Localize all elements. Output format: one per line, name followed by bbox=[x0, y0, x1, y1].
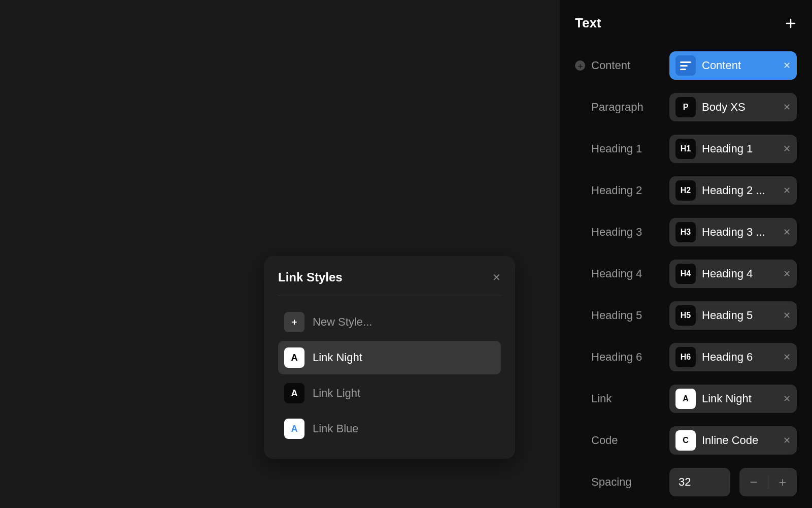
style-label: Link bbox=[591, 392, 612, 405]
pill-value: Heading 2 ... bbox=[702, 184, 776, 197]
style-label: Heading 1 bbox=[591, 142, 642, 155]
style-row-content: ＋ Content Content ✕ bbox=[575, 51, 797, 80]
panel-header: Text bbox=[575, 15, 797, 31]
style-label: Heading 2 bbox=[591, 184, 642, 197]
style-row-heading-1: Heading 1 H1 Heading 1 ✕ bbox=[575, 135, 797, 163]
popover-item-link-night[interactable]: A Link Night bbox=[278, 341, 501, 374]
close-icon[interactable]: ✕ bbox=[492, 271, 501, 283]
style-pill-paragraph[interactable]: P Body XS ✕ bbox=[669, 93, 797, 121]
h1-badge-icon: H1 bbox=[675, 139, 696, 159]
style-row-code: Code C Inline Code ✕ bbox=[575, 426, 797, 455]
popover-item-label: Link Light bbox=[313, 387, 360, 400]
pill-value: Heading 1 bbox=[702, 142, 776, 155]
popover-item-link-light[interactable]: A Link Light bbox=[278, 376, 501, 410]
link-style-icon: A bbox=[284, 347, 304, 368]
style-label: Heading 6 bbox=[591, 351, 642, 364]
decrement-button[interactable]: − bbox=[739, 468, 768, 496]
spacing-controls: 32 − + bbox=[669, 468, 797, 496]
style-row-heading-5: Heading 5 H5 Heading 5 ✕ bbox=[575, 301, 797, 330]
pill-value: Heading 5 bbox=[702, 309, 776, 322]
style-pill-heading-6[interactable]: H6 Heading 6 ✕ bbox=[669, 343, 797, 371]
pill-value: Inline Code bbox=[702, 434, 776, 447]
pill-value: Heading 4 bbox=[702, 267, 776, 280]
style-label: Paragraph bbox=[591, 101, 644, 114]
style-label-col: Heading 3 bbox=[575, 226, 661, 239]
popover-item-label: Link Night bbox=[313, 351, 362, 364]
pill-value: Body XS bbox=[702, 101, 776, 114]
style-pill-heading-3[interactable]: H3 Heading 3 ... ✕ bbox=[669, 218, 797, 246]
style-pill-code[interactable]: C Inline Code ✕ bbox=[669, 426, 797, 455]
style-row-link: Link A Link Night ✕ bbox=[575, 385, 797, 413]
h4-badge-icon: H4 bbox=[675, 264, 696, 284]
remove-icon[interactable]: ✕ bbox=[783, 60, 791, 71]
style-row-heading-4: Heading 4 H4 Heading 4 ✕ bbox=[575, 260, 797, 288]
plus-icon: ＋ bbox=[577, 62, 584, 70]
style-pill-content[interactable]: Content ✕ bbox=[669, 51, 797, 80]
spacing-value-input[interactable]: 32 bbox=[669, 468, 730, 496]
style-pill-heading-5[interactable]: H5 Heading 5 ✕ bbox=[669, 301, 797, 330]
style-label: Heading 5 bbox=[591, 309, 642, 322]
remove-icon[interactable]: ✕ bbox=[783, 143, 791, 154]
style-label-col: Heading 6 bbox=[575, 351, 661, 364]
code-badge-icon: C bbox=[675, 430, 696, 451]
link-style-icon: A bbox=[284, 419, 304, 439]
style-label-col: Heading 5 bbox=[575, 309, 661, 322]
link-badge-icon: A bbox=[675, 389, 696, 409]
remove-icon[interactable]: ✕ bbox=[783, 435, 791, 446]
remove-icon[interactable]: ✕ bbox=[783, 393, 791, 404]
remove-icon[interactable]: ✕ bbox=[783, 268, 791, 279]
popover-title: Link Styles bbox=[278, 270, 343, 284]
remove-icon[interactable]: ✕ bbox=[783, 185, 791, 196]
paragraph-badge-icon: P bbox=[675, 97, 696, 117]
style-label-col: Heading 1 bbox=[575, 142, 661, 155]
add-button[interactable] bbox=[785, 17, 797, 29]
style-label: Heading 4 bbox=[591, 267, 642, 280]
pill-value: Link Night bbox=[702, 392, 776, 405]
style-label: Heading 3 bbox=[591, 226, 642, 239]
popover-divider bbox=[278, 296, 501, 296]
style-label-col: ＋ Content bbox=[575, 59, 661, 72]
popover-item-label: Link Blue bbox=[313, 422, 359, 435]
popover-item-link-blue[interactable]: A Link Blue bbox=[278, 412, 501, 446]
remove-icon[interactable]: ✕ bbox=[783, 227, 791, 238]
style-row-spacing: Spacing 32 − + bbox=[575, 468, 797, 496]
style-row-paragraph: Paragraph P Body XS ✕ bbox=[575, 93, 797, 121]
content-icon bbox=[675, 55, 696, 76]
style-label-col: Link bbox=[575, 392, 661, 405]
style-label-col: Heading 2 bbox=[575, 184, 661, 197]
style-pill-heading-4[interactable]: H4 Heading 4 ✕ bbox=[669, 260, 797, 288]
popover-header: Link Styles ✕ bbox=[278, 270, 501, 284]
style-row-heading-6: Heading 6 H6 Heading 6 ✕ bbox=[575, 343, 797, 371]
popover-item-label: New Style... bbox=[313, 315, 372, 329]
remove-icon[interactable]: ✕ bbox=[783, 310, 791, 321]
link-styles-popover: Link Styles ✕ + New Style... A Link Nigh… bbox=[264, 256, 515, 459]
style-label: Content bbox=[591, 59, 630, 72]
style-label-col: Heading 4 bbox=[575, 267, 661, 280]
popover-item-new-style[interactable]: + New Style... bbox=[278, 305, 501, 339]
pill-value: Heading 3 ... bbox=[702, 226, 776, 239]
pill-value: Heading 6 bbox=[702, 351, 776, 364]
h5-badge-icon: H5 bbox=[675, 305, 696, 326]
pill-value: Content bbox=[702, 59, 776, 72]
plus-icon: + bbox=[284, 312, 304, 332]
style-pill-link[interactable]: A Link Night ✕ bbox=[669, 385, 797, 413]
text-styles-panel: Text ＋ Content Content ✕ Paragraph bbox=[560, 0, 812, 508]
remove-icon[interactable]: ✕ bbox=[783, 102, 791, 113]
add-content-icon[interactable]: ＋ bbox=[575, 60, 585, 71]
h6-badge-icon: H6 bbox=[675, 347, 696, 367]
style-row-heading-3: Heading 3 H3 Heading 3 ... ✕ bbox=[575, 218, 797, 246]
style-pill-heading-2[interactable]: H2 Heading 2 ... ✕ bbox=[669, 176, 797, 205]
h2-badge-icon: H2 bbox=[675, 180, 696, 201]
style-label: Spacing bbox=[591, 475, 632, 489]
plus-icon bbox=[786, 18, 796, 28]
link-style-icon: A bbox=[284, 383, 304, 403]
increment-button[interactable]: + bbox=[768, 468, 797, 496]
style-row-heading-2: Heading 2 H2 Heading 2 ... ✕ bbox=[575, 176, 797, 205]
h3-badge-icon: H3 bbox=[675, 222, 696, 242]
style-pill-heading-1[interactable]: H1 Heading 1 ✕ bbox=[669, 135, 797, 163]
panel-title: Text bbox=[575, 15, 601, 31]
style-label-col: Code bbox=[575, 434, 661, 447]
style-label: Code bbox=[591, 434, 618, 447]
style-label-col: Paragraph bbox=[575, 101, 661, 114]
remove-icon[interactable]: ✕ bbox=[783, 352, 791, 363]
